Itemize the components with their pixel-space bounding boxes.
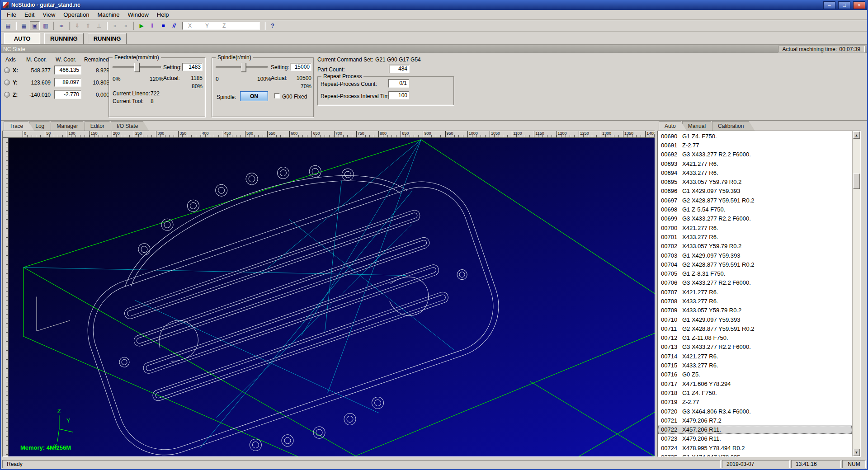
gcode-line[interactable]: 00723X479.206 R11.	[658, 434, 852, 443]
gcode-line[interactable]: 00695X433.057 Y59.79 R0.2	[658, 177, 852, 186]
scroll-up-icon[interactable]: ▲	[853, 132, 860, 139]
g00-fixed-checkbox[interactable]	[274, 93, 280, 99]
feedrate-slider-thumb[interactable]	[134, 63, 139, 72]
start-icon[interactable]: ▶	[137, 21, 146, 30]
gcode-line[interactable]: 00706G3 X433.277 R2.2 F6000.	[658, 278, 852, 287]
gcode-scrollbar[interactable]: ▲ ▼	[852, 131, 860, 456]
gcode-line[interactable]: 00690G1 Z4. F750.	[658, 132, 852, 141]
gcode-line[interactable]: 00722X457.206 R11.	[658, 425, 852, 434]
gcode-line[interactable]: 00700X421.277 R6.	[658, 223, 852, 232]
menu-edit[interactable]: Edit	[20, 10, 38, 19]
gcode-line-number: 00692	[658, 151, 682, 158]
feedrate-min-label: 0%	[113, 76, 120, 82]
menu-operation[interactable]: Operation	[59, 10, 93, 19]
gcode-line[interactable]: 00717X471.606 Y78.294	[658, 379, 852, 388]
gcode-line[interactable]: 00718G1 Z4. F750.	[658, 388, 852, 397]
ruler-tick: 400	[201, 131, 223, 137]
maximize-button[interactable]: □	[838, 1, 850, 9]
tab-manual[interactable]: Manual	[682, 121, 717, 131]
tab-calibration[interactable]: Calibration	[712, 121, 755, 131]
multi-view-icon[interactable]: ▥	[41, 21, 51, 30]
mode-tab-running-1[interactable]: RUNNING	[44, 33, 84, 44]
tab-editor[interactable]: Editor	[85, 121, 115, 131]
gcode-line-number: 00719	[658, 399, 682, 405]
gcode-line[interactable]: 00701X433.277 R6.	[658, 232, 852, 241]
ruler-tick: 1250	[579, 131, 601, 137]
breakpoint-icon[interactable]: //	[169, 21, 179, 30]
gcode-list: 00690G1 Z4. F750.00691Z-2.7700692G3 X433…	[658, 132, 852, 456]
gcode-line-number: 00714	[658, 353, 682, 360]
gcode-line[interactable]: 00724X478.995 Y78.494 R0.2	[658, 443, 852, 452]
toolpath-wireframe: Z Y X	[9, 138, 655, 456]
stop-icon[interactable]: ■	[158, 21, 168, 30]
gcode-line[interactable]: 00691Z-2.77	[658, 141, 852, 150]
spindle-on-button[interactable]: ON	[240, 91, 268, 101]
gcode-line[interactable]: 00714X421.277 R6.	[658, 352, 852, 361]
gcode-line[interactable]: 00694X433.277 R6.	[658, 168, 852, 177]
pause-icon[interactable]: ‖	[147, 21, 157, 30]
feedrate-setting-input[interactable]	[182, 63, 203, 71]
gcode-line[interactable]: 00725G1 X474.947 Y78.095	[658, 452, 852, 456]
gcode-line[interactable]: 00711G2 X428.877 Y59.591 R0.2	[658, 324, 852, 333]
gcode-line[interactable]: 00715X433.277 R6.	[658, 361, 852, 370]
gcode-line[interactable]: 00696G1 X429.097 Y59.393	[658, 187, 852, 196]
select-object-icon[interactable]: ▦	[19, 21, 29, 30]
tab-manager[interactable]: Manager	[51, 121, 89, 131]
gcode-list-box: 00690G1 Z4. F750.00691Z-2.7700692G3 X433…	[657, 131, 861, 457]
gcode-line[interactable]: 00721X479.206 R7.2	[658, 416, 852, 425]
tab-trace[interactable]: Trace	[4, 121, 34, 131]
command-area: Current Command Set: G21 G90 G17 G54 Par…	[317, 53, 516, 121]
simulation-icon[interactable]: ∞	[57, 21, 66, 30]
gcode-line[interactable]: 00709X433.057 Y59.79 R0.2	[658, 306, 852, 315]
gcode-line[interactable]: 00703G1 X429.097 Y59.393	[658, 251, 852, 260]
menu-view[interactable]: View	[38, 10, 59, 19]
tab-i-o-state[interactable]: I/O State	[111, 121, 149, 131]
gcode-line[interactable]: 00707X421.277 R6.	[658, 287, 852, 296]
gcode-line[interactable]: 00697G2 X428.877 Y59.591 R0.2	[658, 196, 852, 205]
scroll-down-icon[interactable]: ▼	[853, 449, 860, 456]
gcode-line[interactable]: 00710G1 X429.097 Y59.393	[658, 315, 852, 324]
mode-tab-running-2[interactable]: RUNNING	[88, 33, 127, 44]
spindle-group: Spindle(r/min) Setting: 0 100% Actual: 1…	[212, 57, 314, 117]
machining-time-value: 00:07:39	[839, 46, 860, 52]
menu-file[interactable]: File	[3, 10, 20, 19]
gcode-line[interactable]: 00712G1 Z-11.08 F750.	[658, 334, 852, 343]
axis-status-icon	[4, 67, 10, 73]
new-file-icon[interactable]: ▤	[3, 21, 13, 30]
gcode-line-number: 00721	[658, 417, 682, 424]
gcode-line-number: 00722	[658, 426, 682, 433]
spindle-slider-thumb[interactable]	[241, 63, 246, 72]
title-bar[interactable]: NcStudio - guitar_stand.nc – □ ×	[1, 0, 867, 10]
close-button[interactable]: ×	[853, 1, 865, 9]
gcode-line[interactable]: 00702X433.057 Y59.79 R0.2	[658, 242, 852, 251]
menu-window[interactable]: Window	[124, 10, 153, 19]
gcode-line-text: G1 X474.947 Y78.095	[682, 454, 740, 456]
single-view-icon[interactable]: ▣	[30, 21, 40, 30]
current-tool-value: 8	[151, 98, 154, 104]
gcode-line[interactable]: 00716G0 Z5.	[658, 370, 852, 379]
menu-help[interactable]: Help	[153, 10, 173, 19]
minimize-button[interactable]: –	[823, 1, 835, 9]
feedrate-slider[interactable]	[113, 62, 161, 72]
menu-machine[interactable]: Machine	[93, 10, 123, 19]
gcode-line[interactable]: 00713G3 X433.277 R2.2 F6000.	[658, 343, 852, 352]
help-icon[interactable]: ?	[268, 21, 278, 30]
gcode-line[interactable]: 00692G3 X433.277 R2.2 F6000.	[658, 150, 852, 159]
scroll-thumb[interactable]	[853, 174, 860, 189]
gcode-line[interactable]: 00698G1 Z-5.54 F750.	[658, 205, 852, 214]
gcode-line[interactable]: 00705G1 Z-8.31 F750.	[658, 269, 852, 278]
gcode-line[interactable]: 00699G3 X433.277 R2.2 F6000.	[658, 214, 852, 223]
spindle-setting-input[interactable]	[290, 63, 311, 71]
spindle-slider[interactable]	[216, 62, 268, 72]
feedrate-group-title: Feedrate(mm/min)	[113, 54, 161, 61]
gcode-line[interactable]: 00719Z-2.77	[658, 398, 852, 407]
gcode-line[interactable]: 00704G2 X428.877 Y59.591 R0.2	[658, 260, 852, 269]
app-icon	[3, 2, 9, 8]
repeat-interval-input[interactable]	[388, 91, 409, 99]
gcode-line[interactable]: 00708X433.277 R6.	[658, 296, 852, 306]
mode-tab-auto-0[interactable]: AUTO	[4, 33, 40, 44]
gcode-line[interactable]: 00720G3 X464.806 R3.4 F6000.	[658, 407, 852, 416]
gcode-line[interactable]: 00693X421.277 R6.	[658, 159, 852, 168]
trace-canvas[interactable]: Z Y X Memory: 4M/256M	[9, 138, 655, 456]
axis-z-label: Z	[57, 408, 61, 414]
